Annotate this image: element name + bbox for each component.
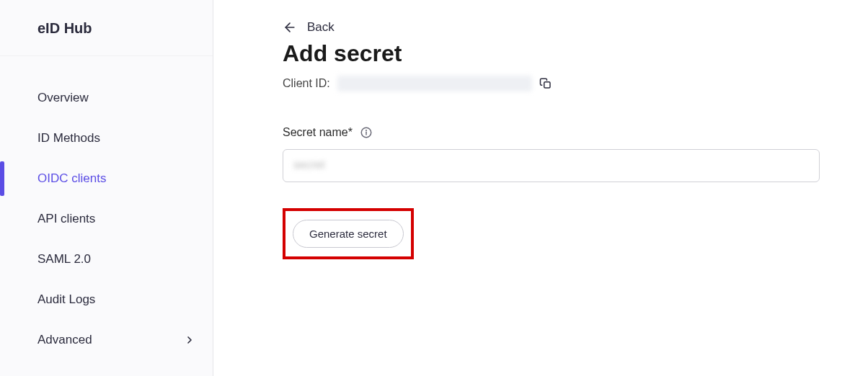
sidebar-item-label: Audit Logs xyxy=(37,292,95,307)
client-id-label: Client ID: xyxy=(283,77,330,90)
secret-name-input-value: secret xyxy=(293,150,325,171)
sidebar-item-label: OIDC clients xyxy=(37,171,106,186)
brand-header: eID Hub xyxy=(0,0,213,56)
sidebar-item-api-clients[interactable]: API clients xyxy=(0,199,213,239)
generate-secret-button[interactable]: Generate secret xyxy=(293,220,404,248)
sidebar-item-label: Advanced xyxy=(37,333,92,347)
page-title: Add secret xyxy=(283,40,825,67)
secret-name-input[interactable]: secret xyxy=(283,149,820,182)
arrow-left-icon xyxy=(283,20,297,35)
secret-name-label-row: Secret name* xyxy=(283,126,825,139)
sidebar-item-advanced[interactable]: Advanced xyxy=(0,320,213,360)
back-button[interactable]: Back xyxy=(283,20,825,35)
back-label: Back xyxy=(307,20,335,35)
sidebar-item-label: API clients xyxy=(37,212,95,226)
secret-name-label-text: Secret name xyxy=(283,126,348,138)
brand-title: eID Hub xyxy=(37,20,213,37)
highlight-annotation: Generate secret xyxy=(283,208,414,259)
sidebar-item-oidc-clients[interactable]: OIDC clients xyxy=(0,158,213,199)
sidebar-item-label: SAML 2.0 xyxy=(37,252,91,267)
info-icon[interactable] xyxy=(360,126,373,139)
main-content: Back Add secret Client ID: Secret name* … xyxy=(213,0,868,376)
client-id-row: Client ID: xyxy=(283,76,825,91)
client-id-value xyxy=(337,76,532,91)
sidebar-item-label: ID Methods xyxy=(37,131,100,146)
sidebar-item-id-methods[interactable]: ID Methods xyxy=(0,118,213,158)
sidebar-item-audit-logs[interactable]: Audit Logs xyxy=(0,279,213,320)
sidebar-item-overview[interactable]: Overview xyxy=(0,78,213,118)
secret-name-label: Secret name* xyxy=(283,126,353,139)
sidebar-nav: Overview ID Methods OIDC clients API cli… xyxy=(0,56,213,360)
required-asterisk: * xyxy=(348,126,353,138)
sidebar: eID Hub Overview ID Methods OIDC clients… xyxy=(0,0,213,376)
svg-point-4 xyxy=(366,130,367,131)
svg-rect-1 xyxy=(544,82,550,88)
copy-icon[interactable] xyxy=(539,77,552,90)
sidebar-item-label: Overview xyxy=(37,91,89,105)
sidebar-item-saml[interactable]: SAML 2.0 xyxy=(0,239,213,279)
chevron-right-icon xyxy=(184,334,195,346)
